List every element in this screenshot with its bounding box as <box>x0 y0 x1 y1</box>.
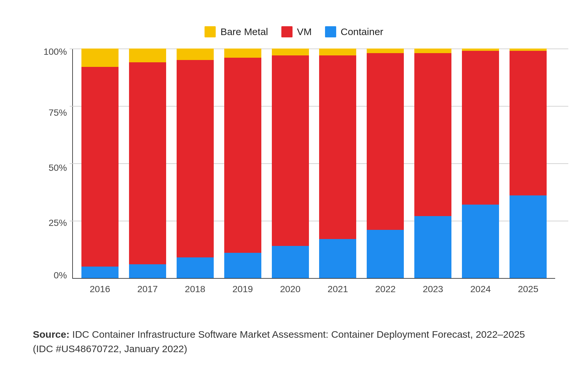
bar-segment-container <box>414 216 451 278</box>
x-axis: 2016201720182019202020212022202320242025 <box>73 278 555 294</box>
stacked-bar <box>129 49 166 278</box>
legend-item-bare-metal: Bare Metal <box>205 26 268 37</box>
bars-container <box>73 49 555 278</box>
bar-cell <box>76 49 124 278</box>
source-text: IDC Container Infrastructure Software Ma… <box>33 329 525 354</box>
legend-label: Bare Metal <box>220 26 268 37</box>
legend-swatch-bare-metal <box>205 26 216 37</box>
chart: 100% 75% 50% 25% 0% <box>33 49 555 278</box>
legend-item-container: Container <box>325 26 383 37</box>
bar-segment-bare-metal <box>81 49 119 67</box>
bar-cell <box>219 49 267 278</box>
bar-segment-bare-metal <box>177 49 214 60</box>
stacked-bar <box>367 49 404 278</box>
bar-segment-vm <box>367 53 404 230</box>
bar-segment-vm <box>224 58 261 253</box>
bar-segment-vm <box>129 62 166 264</box>
bar-cell <box>314 49 362 278</box>
bar-segment-vm <box>510 51 547 195</box>
bar-segment-bare-metal <box>414 49 451 53</box>
bar-segment-bare-metal <box>224 49 261 58</box>
bar-cell <box>504 49 552 278</box>
bar-segment-container <box>462 205 499 278</box>
bar-segment-container <box>224 253 261 278</box>
bar-cell <box>267 49 314 278</box>
x-tick: 2023 <box>409 284 457 294</box>
x-tick: 2025 <box>504 284 552 294</box>
bar-segment-vm <box>414 53 451 216</box>
bar-segment-vm <box>272 55 309 246</box>
y-tick: 100% <box>43 47 67 56</box>
bar-cell <box>361 49 409 278</box>
bar-segment-container <box>81 267 119 278</box>
legend-label: VM <box>297 26 312 37</box>
bar-segment-vm <box>319 55 356 239</box>
bar-segment-container <box>319 239 356 278</box>
bar-segment-bare-metal <box>367 49 404 53</box>
bar-segment-vm <box>177 60 214 257</box>
bar-cell <box>457 49 504 278</box>
bar-segment-bare-metal <box>129 49 166 62</box>
legend-item-vm: VM <box>281 26 312 37</box>
x-tick: 2016 <box>76 284 124 294</box>
legend: Bare Metal VM Container <box>33 26 555 37</box>
plot-area <box>72 49 555 279</box>
x-tick: 2022 <box>361 284 409 294</box>
bar-segment-bare-metal <box>272 49 309 55</box>
x-tick: 2019 <box>219 284 267 294</box>
y-axis: 100% 75% 50% 25% 0% <box>33 49 72 278</box>
stacked-bar <box>81 49 119 278</box>
stacked-bar <box>414 49 451 278</box>
stacked-bar <box>177 49 214 278</box>
legend-label: Container <box>341 26 383 37</box>
bar-segment-container <box>510 195 547 278</box>
stacked-bar <box>224 49 261 278</box>
bar-segment-bare-metal <box>510 49 547 51</box>
y-tick: 75% <box>49 108 67 117</box>
bar-segment-bare-metal <box>462 49 499 51</box>
y-tick: 0% <box>54 271 67 280</box>
x-tick: 2018 <box>171 284 219 294</box>
y-tick: 25% <box>49 218 67 228</box>
page-root: Bare Metal VM Container 100% 75% 50% 25%… <box>0 0 588 382</box>
bar-segment-vm <box>462 51 499 205</box>
x-tick: 2021 <box>314 284 362 294</box>
bar-segment-container <box>177 257 214 278</box>
stacked-bar <box>319 49 356 278</box>
bar-segment-bare-metal <box>319 49 356 55</box>
bar-segment-vm <box>81 67 119 267</box>
bar-cell <box>409 49 457 278</box>
x-tick: 2020 <box>267 284 314 294</box>
bar-segment-container <box>129 264 166 278</box>
legend-swatch-container <box>325 26 336 37</box>
stacked-bar <box>272 49 309 278</box>
bar-cell <box>124 49 171 278</box>
y-tick: 50% <box>49 163 67 172</box>
x-tick: 2024 <box>457 284 504 294</box>
stacked-bar <box>510 49 547 278</box>
source-label: Source: <box>33 329 70 340</box>
source-line: Source: IDC Container Infrastructure Sof… <box>33 327 545 356</box>
bar-cell <box>171 49 219 278</box>
bar-segment-container <box>272 246 309 278</box>
bar-segment-container <box>367 230 404 278</box>
stacked-bar <box>462 49 499 278</box>
x-tick: 2017 <box>124 284 171 294</box>
legend-swatch-vm <box>281 26 293 37</box>
